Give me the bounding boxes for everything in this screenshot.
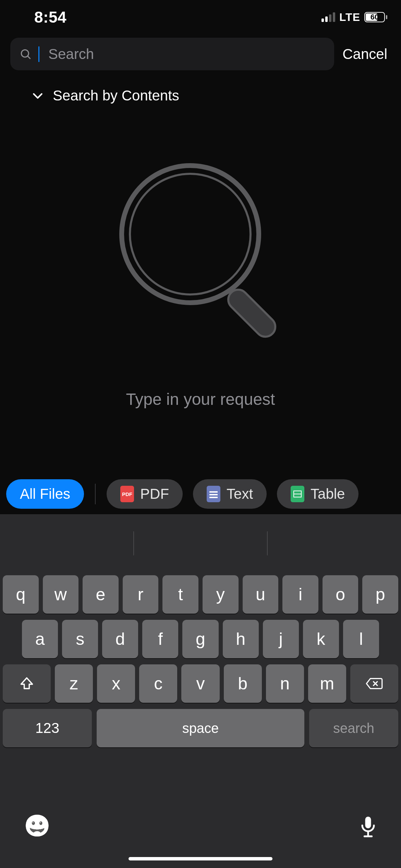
svg-rect-7 (365, 817, 371, 828)
battery-icon: 60 (364, 12, 387, 22)
key-o[interactable]: o (323, 575, 359, 614)
battery-pct: 60 (365, 13, 384, 22)
keyboard-predictive-strip (0, 514, 401, 572)
search-box[interactable] (10, 38, 334, 70)
svg-line-1 (28, 56, 30, 58)
chevron-down-icon (31, 89, 45, 103)
chip-label: PDF (140, 486, 169, 502)
key-y[interactable]: y (203, 575, 239, 614)
chip-label: All Files (20, 486, 70, 502)
chip-text[interactable]: Text (193, 479, 267, 509)
magnifier-illustration-icon (105, 155, 296, 349)
key-l[interactable]: l (343, 620, 379, 658)
home-indicator[interactable] (129, 857, 272, 860)
search-by-contents-label: Search by Contents (53, 87, 179, 104)
keyboard: qwertyuiop asdfghjkl zxcvbnm 123 space s… (0, 572, 401, 868)
search-key[interactable]: search (309, 709, 398, 747)
svg-point-3 (130, 174, 251, 294)
cellular-signal-icon (321, 12, 335, 22)
key-f[interactable]: f (142, 620, 178, 658)
key-j[interactable]: j (263, 620, 299, 658)
text-cursor (38, 46, 39, 62)
svg-point-2 (122, 166, 259, 303)
chip-divider (95, 484, 96, 504)
key-n[interactable]: n (266, 664, 304, 703)
status-time: 8:54 (34, 8, 66, 26)
search-header: Cancel (0, 34, 401, 77)
key-v[interactable]: v (181, 664, 219, 703)
key-b[interactable]: b (224, 664, 262, 703)
key-c[interactable]: c (139, 664, 177, 703)
key-z[interactable]: z (55, 664, 93, 703)
key-k[interactable]: k (303, 620, 339, 658)
key-a[interactable]: a (22, 620, 58, 658)
space-key[interactable]: space (97, 709, 304, 747)
key-x[interactable]: x (97, 664, 135, 703)
search-input[interactable] (48, 46, 325, 62)
cancel-button[interactable]: Cancel (342, 46, 391, 62)
key-s[interactable]: s (62, 620, 98, 658)
chip-label: Table (311, 486, 345, 502)
search-icon (20, 48, 32, 60)
key-d[interactable]: d (102, 620, 138, 658)
chip-pdf[interactable]: PDF PDF (107, 479, 183, 509)
key-m[interactable]: m (308, 664, 346, 703)
network-label: LTE (339, 11, 360, 24)
search-by-contents-row[interactable]: Search by Contents (0, 77, 401, 104)
backspace-key[interactable] (350, 664, 398, 703)
status-right: LTE 60 (321, 11, 387, 24)
key-t[interactable]: t (162, 575, 198, 614)
pdf-file-icon: PDF (120, 486, 134, 502)
key-q[interactable]: q (3, 575, 39, 614)
empty-state: Type in your request (0, 155, 401, 409)
svg-rect-4 (224, 286, 279, 341)
dictation-key[interactable] (359, 815, 377, 839)
chip-table[interactable]: Table (277, 479, 359, 509)
chip-all-files[interactable]: All Files (6, 479, 84, 509)
key-r[interactable]: r (123, 575, 159, 614)
chip-label: Text (227, 486, 253, 502)
key-u[interactable]: u (243, 575, 279, 614)
text-file-icon (207, 486, 220, 502)
key-w[interactable]: w (43, 575, 79, 614)
filter-chips: All Files PDF PDF Text Table (0, 475, 401, 513)
table-file-icon (291, 486, 304, 502)
key-i[interactable]: i (282, 575, 318, 614)
emoji-key[interactable]: 😀 (24, 815, 50, 836)
numbers-key[interactable]: 123 (3, 709, 92, 747)
key-h[interactable]: h (223, 620, 259, 658)
key-g[interactable]: g (182, 620, 218, 658)
empty-state-message: Type in your request (126, 390, 275, 409)
key-p[interactable]: p (362, 575, 398, 614)
key-e[interactable]: e (83, 575, 119, 614)
status-bar: 8:54 LTE 60 (0, 0, 401, 34)
shift-key[interactable] (3, 664, 51, 703)
